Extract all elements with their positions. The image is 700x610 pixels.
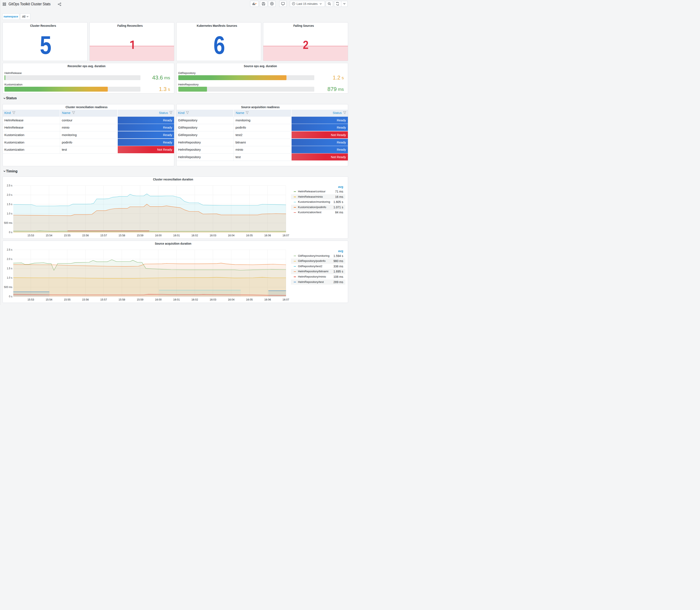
svg-text:16:02: 16:02 [192,234,198,237]
svg-text:15:58: 15:58 [118,298,125,301]
svg-text:1.5 s: 1.5 s [7,203,12,206]
svg-text:15:53: 15:53 [28,298,34,301]
svg-text:15:57: 15:57 [100,234,107,237]
svg-text:16:05: 16:05 [246,234,253,237]
svg-text:15:54: 15:54 [46,298,52,301]
svg-text:2.0 s: 2.0 s [7,193,12,196]
svg-text:15:55: 15:55 [64,298,70,301]
svg-text:16:06: 16:06 [264,298,271,301]
svg-text:16:03: 16:03 [210,298,216,301]
svg-text:16:00: 16:00 [155,234,162,237]
svg-text:15:59: 15:59 [137,234,143,237]
svg-text:0 s: 0 s [9,230,12,234]
svg-text:2.5 s: 2.5 s [7,248,12,251]
svg-text:16:04: 16:04 [228,234,234,237]
svg-text:16:07: 16:07 [282,234,289,237]
svg-text:16:00: 16:00 [155,298,162,301]
svg-text:16:02: 16:02 [192,298,198,301]
svg-text:16:03: 16:03 [210,234,216,237]
svg-text:16:06: 16:06 [264,234,271,237]
svg-text:16:05: 16:05 [246,298,253,301]
svg-text:15:56: 15:56 [82,234,88,237]
svg-text:15:56: 15:56 [82,298,88,301]
svg-text:1.0 s: 1.0 s [7,276,12,279]
svg-text:15:53: 15:53 [28,234,34,237]
svg-text:500 ms: 500 ms [4,286,12,289]
svg-text:15:57: 15:57 [100,298,107,301]
svg-text:2.0 s: 2.0 s [7,258,12,261]
svg-text:15:58: 15:58 [118,234,125,237]
svg-text:16:01: 16:01 [173,234,180,237]
svg-text:15:55: 15:55 [64,234,70,237]
svg-text:16:04: 16:04 [228,298,234,301]
svg-text:16:01: 16:01 [173,298,180,301]
svg-text:15:59: 15:59 [137,298,143,301]
svg-text:0 s: 0 s [9,295,12,298]
svg-text:16:07: 16:07 [282,298,289,301]
svg-text:2.5 s: 2.5 s [7,184,12,187]
svg-text:500 ms: 500 ms [4,221,12,224]
svg-text:15:54: 15:54 [46,234,52,237]
svg-text:1.5 s: 1.5 s [7,267,12,270]
svg-text:1.0 s: 1.0 s [7,212,12,215]
